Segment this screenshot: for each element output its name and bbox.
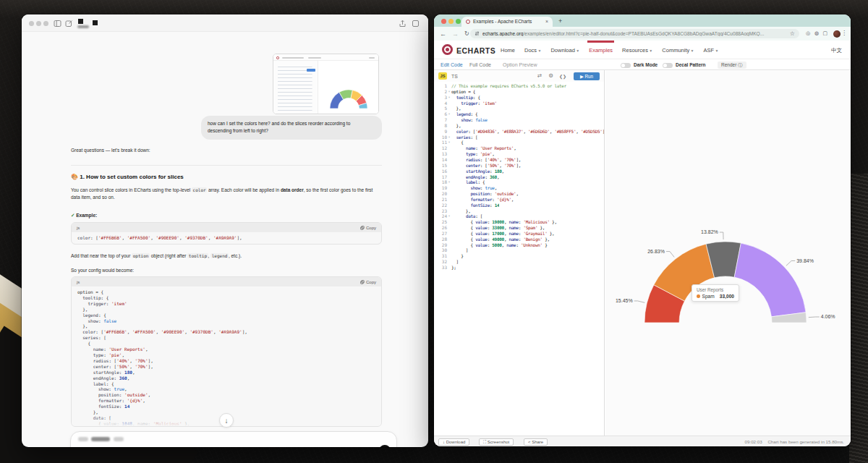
code-line: 23 }, — [434, 208, 604, 214]
code-line: 6▾ legend: { — [434, 111, 604, 117]
nav-item-community[interactable]: Community ▼ — [662, 46, 694, 54]
forward-button[interactable]: → — [452, 30, 459, 38]
dark-mode-label: Dark Mode — [634, 62, 658, 67]
bookmark-star-icon[interactable]: ☆ — [790, 30, 795, 37]
code-line: 28 { value: 49000, name: 'Benign' }, — [434, 237, 604, 242]
close-window-button[interactable] — [29, 21, 34, 26]
copy-button[interactable]: Copy — [360, 226, 376, 230]
code-line: 32 ] — [434, 259, 604, 265]
screenshot-button[interactable]: ⛶ Screenshot — [479, 438, 514, 446]
tab-close-icon[interactable]: × — [545, 19, 548, 24]
assistant-intro-text: Great questions — let's break it down: — [71, 148, 382, 153]
code-line: 8 }, — [434, 123, 604, 129]
share-button[interactable]: < Share — [524, 438, 548, 446]
nav-item-home[interactable]: Home — [501, 46, 515, 54]
new-tab-button[interactable]: + — [558, 18, 562, 24]
chart-tooltip: User Reports Spam 33,000 — [692, 284, 739, 302]
reload-button[interactable]: ↻ — [464, 30, 469, 37]
copy-button[interactable]: Copy — [360, 280, 376, 284]
extension-icon[interactable]: ◍ — [814, 30, 819, 36]
extension-icon[interactable]: ▢ — [822, 30, 827, 36]
back-button[interactable]: ← — [440, 30, 446, 38]
code-line: 11▾ { — [434, 140, 604, 145]
nav-item-download[interactable]: Download ▼ — [550, 46, 579, 54]
minimize-window-button[interactable] — [36, 21, 41, 26]
nav-item-examples[interactable]: Examples — [589, 46, 613, 54]
tab-full-code[interactable]: Full Code — [469, 62, 491, 67]
code-line: 33}; — [434, 265, 604, 271]
chat-titlebar[interactable] — [22, 14, 428, 32]
assistant-paragraph: So your config would become: — [71, 268, 382, 273]
chat-scroll-area[interactable]: how can I set the colors here? and do th… — [22, 32, 428, 447]
thumbnail-echarts-logo — [276, 56, 279, 59]
browser-menu-icon[interactable]: ⋮ — [841, 30, 847, 36]
new-chat-icon[interactable] — [65, 20, 73, 27]
check-emoji-icon: ✓ — [71, 213, 75, 218]
run-button[interactable]: ▶ Run — [574, 72, 600, 80]
tab-option-preview[interactable]: Option Preview — [503, 62, 537, 67]
copy-icon — [360, 280, 365, 284]
profile-avatar[interactable] — [833, 30, 841, 38]
new-window-icon[interactable] — [412, 20, 420, 27]
site-info-icon[interactable] — [475, 31, 480, 36]
language-switch[interactable]: 中文 — [831, 47, 842, 54]
share-icon[interactable] — [399, 20, 407, 27]
extension-icon[interactable]: ◎ — [806, 30, 810, 36]
decal-pattern-toggle[interactable] — [663, 63, 673, 68]
code-line: 17 endAngle: 360, — [434, 174, 604, 180]
address-bar[interactable]: echarts.apache.org/examples/en/editor.ht… — [470, 29, 799, 38]
redacted-model-label — [77, 25, 89, 28]
pie-slice-3[interactable] — [734, 243, 806, 317]
status-time: 09:02:03 — [745, 439, 762, 444]
minimize-window-button[interactable] — [448, 19, 454, 24]
dark-mode-toggle[interactable] — [621, 63, 631, 68]
nav-item-asf[interactable]: ASF ▼ — [704, 46, 719, 54]
js-language-badge[interactable]: JS — [438, 72, 447, 80]
example-label: ✓ Example: — [71, 213, 382, 218]
zoom-window-button[interactable] — [43, 21, 48, 26]
nav-item-docs[interactable]: Docs ▼ — [524, 46, 541, 54]
label-leader-line — [720, 232, 723, 239]
nav-item-resources[interactable]: Resources ▼ — [622, 46, 652, 54]
attached-screenshot-thumbnail[interactable] — [273, 54, 379, 114]
tooltip-item-name: Spam — [702, 294, 715, 299]
code-line: 27 { value: 17000, name: 'Graymail' }, — [434, 231, 604, 237]
redacted-context-chip — [91, 437, 110, 441]
thumbnail-chart-pane — [318, 61, 379, 114]
half-donut-pie-chart[interactable]: 15.45%26.83%13.82%39.84%4.06% — [605, 70, 851, 436]
format-code-icon[interactable]: ⇄ — [537, 72, 542, 79]
thumbnail-run-button — [307, 69, 315, 72]
browser-tabstrip[interactable]: Examples - Apache ECharts × + — [434, 14, 851, 27]
message-composer[interactable] — [70, 431, 397, 447]
code-line: 29 { value: 5000, name: 'Unknown' } — [434, 242, 604, 248]
code-line: 25 { value: 19000, name: 'Malicious' }, — [434, 219, 604, 225]
download-button[interactable]: ↓ Download — [438, 438, 469, 446]
chevron-down-icon: ▼ — [537, 48, 541, 53]
code-line: 12 name: 'User Reports', — [434, 145, 604, 151]
assistant-paragraph: Add that near the top of your option obj… — [71, 253, 382, 258]
code-brackets-icon[interactable]: ❮❯ — [559, 74, 566, 79]
close-window-button[interactable] — [441, 19, 446, 24]
code-editor-pane[interactable]: JS TS ⇄ ⚙ ❮❯ ▶ Run 1// This example requ… — [434, 70, 605, 436]
monaco-code-area[interactable]: 1// This example requires ECharts v5.5.0… — [434, 83, 604, 271]
ts-language-label[interactable]: TS — [451, 74, 458, 79]
zoom-window-button[interactable] — [456, 19, 461, 24]
code-line: 7 show: false — [434, 117, 604, 123]
echarts-site-header: ECHARTS HomeDocs ▼Download ▼ExamplesReso… — [434, 41, 851, 59]
label-leader-line — [809, 317, 820, 318]
pie-percent-label: 26.83% — [647, 249, 665, 254]
echarts-brand[interactable]: ECHARTS — [456, 46, 495, 55]
echarts-logo[interactable] — [442, 44, 453, 55]
render-selector[interactable]: Render ⓘ — [718, 61, 746, 69]
scroll-to-bottom-button[interactable]: ↓ — [219, 413, 234, 428]
redacted-badge — [93, 20, 98, 25]
tooltip-marker-dot — [697, 294, 700, 298]
code-line: 2▾option = { — [434, 89, 604, 95]
tooltip-item-value: 33,000 — [720, 294, 734, 299]
tab-edit-code[interactable]: Edit Code — [441, 62, 463, 67]
code-lang-label: js — [77, 226, 80, 230]
voice-mode-button[interactable] — [379, 445, 391, 447]
browser-tab[interactable]: Examples - Apache ECharts × — [461, 17, 553, 27]
editor-settings-icon[interactable]: ⚙ — [548, 72, 553, 79]
sidebar-toggle-icon[interactable] — [54, 20, 61, 27]
